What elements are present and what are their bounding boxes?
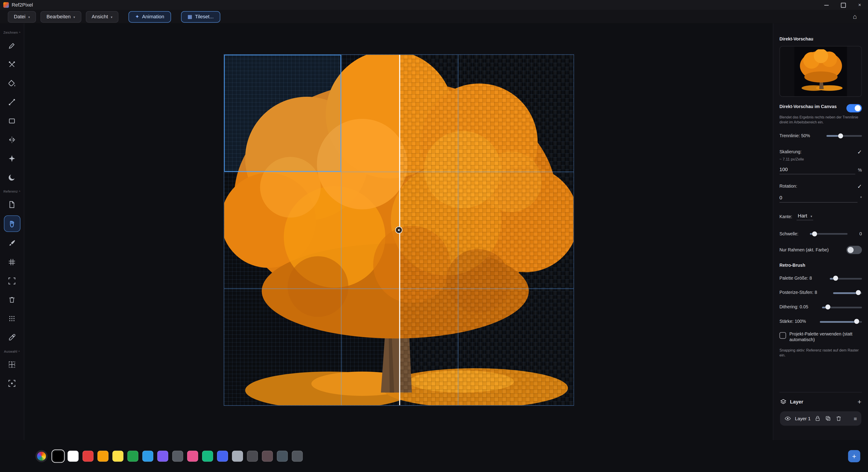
drag-handle-icon[interactable]: ≡: [854, 415, 857, 421]
color-swatch[interactable]: [97, 450, 108, 462]
section-auswahl[interactable]: Auswahl^: [4, 350, 20, 353]
home-button[interactable]: ⌂: [850, 13, 860, 20]
close-button[interactable]: ×: [851, 0, 868, 10]
color-swatch[interactable]: [262, 450, 273, 462]
trennlinie-slider[interactable]: [827, 132, 862, 139]
collapse-icon: ^: [19, 31, 20, 34]
scale-input[interactable]: 100: [779, 167, 855, 175]
fill-tool[interactable]: [4, 75, 20, 91]
canvas-preview-toggle[interactable]: [846, 104, 862, 112]
tileset-button[interactable]: ▦ Tileset...: [181, 11, 220, 22]
focus-select-icon: [8, 379, 16, 387]
projekt-palette-checkbox[interactable]: [779, 332, 786, 339]
menu-bearbeiten[interactable]: Bearbeiten▾: [40, 11, 81, 22]
add-color-button[interactable]: +: [848, 450, 860, 462]
duplicate-icon[interactable]: [825, 415, 832, 422]
titlebar: Ref2Pixel ×: [0, 0, 868, 10]
projekt-palette-label: Projekt-Palette verwenden (statt automat…: [789, 332, 862, 343]
color-wheel-button[interactable]: [35, 450, 48, 462]
layer-panel: Layer + Layer 1 ≡: [779, 392, 862, 440]
frame-tool[interactable]: [4, 273, 20, 288]
eyedropper-tool[interactable]: [4, 329, 20, 345]
marquee-tool[interactable]: [4, 356, 20, 372]
eye-icon[interactable]: [784, 415, 791, 422]
split-divider-handle[interactable]: [395, 226, 403, 234]
guide-line-horizontal: [224, 288, 574, 289]
hand-tool[interactable]: [4, 215, 20, 232]
collapse-icon: ^: [18, 350, 20, 353]
animation-button[interactable]: ✦ Animation: [128, 11, 171, 22]
brush-icon: [8, 239, 16, 247]
chevron-down-icon: ▾: [811, 214, 812, 218]
retro-brush-title: Retro-Brush: [779, 263, 862, 268]
section-referenz[interactable]: Referenz^: [3, 190, 20, 193]
color-swatch[interactable]: [217, 450, 228, 462]
delete-reference-tool[interactable]: [4, 292, 20, 308]
guide-line-horizontal: [224, 171, 574, 172]
trennlinie-label: Trennlinie: 50%: [779, 133, 810, 138]
schwelle-slider[interactable]: [810, 230, 848, 237]
color-swatch[interactable]: [187, 450, 198, 462]
symmetry-tool[interactable]: [4, 132, 20, 147]
layer-row[interactable]: Layer 1 ≡: [780, 411, 862, 426]
left-toolbar: Zeichnen^ Referenz^ Auswahl^: [0, 23, 24, 440]
color-swatch[interactable]: [202, 450, 213, 462]
color-swatch[interactable]: [53, 450, 64, 462]
color-swatch[interactable]: [142, 450, 153, 462]
preview-title: Direkt-Vorschau: [779, 37, 862, 41]
color-swatch[interactable]: [127, 450, 138, 462]
transform-tool[interactable]: [4, 57, 20, 72]
pencil-tool[interactable]: [4, 38, 20, 53]
apply-rotation-button[interactable]: ✓: [857, 183, 862, 189]
selection-rectangle[interactable]: [224, 55, 341, 171]
palette-size-slider[interactable]: [830, 275, 862, 282]
dithering-slider[interactable]: [822, 304, 862, 310]
section-zeichnen[interactable]: Zeichnen^: [3, 31, 21, 34]
canvas[interactable]: [223, 54, 574, 406]
layer-name: Layer 1: [795, 416, 811, 421]
rotation-input[interactable]: 0: [779, 195, 857, 203]
rotation-suffix: °: [860, 196, 862, 202]
dither-tool[interactable]: [4, 311, 20, 326]
color-swatch[interactable]: [83, 450, 94, 462]
sparkles-icon: [8, 154, 16, 162]
focus-select-tool[interactable]: [4, 375, 20, 391]
lock-icon[interactable]: [814, 415, 821, 422]
skalierung-label: Skalierung:: [779, 150, 802, 155]
color-swatch[interactable]: [68, 450, 79, 462]
maximize-button[interactable]: [835, 0, 851, 10]
color-swatch[interactable]: [292, 450, 303, 462]
home-icon: ⌂: [853, 13, 857, 20]
chevron-down-icon: ▾: [73, 15, 75, 19]
palette-bar: +: [0, 440, 868, 472]
posterize-slider[interactable]: [833, 289, 862, 296]
color-swatch[interactable]: [157, 450, 168, 462]
menu-datei[interactable]: Datei▾: [8, 11, 36, 22]
color-swatch[interactable]: [247, 450, 258, 462]
eyedropper-icon: [8, 333, 16, 341]
color-swatch[interactable]: [232, 450, 243, 462]
minimize-button[interactable]: [818, 0, 835, 10]
marquee-grid-icon: [8, 360, 16, 369]
nur-rahmen-toggle[interactable]: [846, 246, 862, 254]
kante-select[interactable]: Hart ▾: [797, 213, 813, 220]
apply-scale-button[interactable]: ✓: [857, 149, 862, 155]
staerke-slider[interactable]: [820, 318, 862, 325]
chevron-down-icon: ▾: [111, 15, 112, 19]
shade-tool[interactable]: [4, 169, 20, 185]
paintbrush-tool[interactable]: [4, 235, 20, 251]
color-swatch[interactable]: [277, 450, 288, 462]
magic-tool[interactable]: [4, 151, 20, 166]
grid-tool[interactable]: [4, 254, 20, 270]
color-swatch[interactable]: [172, 450, 183, 462]
color-swatch[interactable]: [112, 450, 123, 462]
snapping-note: Snapping aktiv: Referenz rastet auf dem …: [779, 347, 862, 358]
guide-line-vertical: [341, 55, 342, 405]
trash-icon[interactable]: [835, 415, 842, 422]
canvas-preview-description: Blendet das Ergebnis rechts neben der Tr…: [779, 115, 862, 125]
line-tool[interactable]: [4, 94, 20, 109]
reference-file-tool[interactable]: [4, 196, 20, 212]
add-layer-button[interactable]: +: [857, 398, 861, 406]
rectangle-tool[interactable]: [4, 113, 20, 129]
menu-ansicht[interactable]: Ansicht▾: [86, 11, 119, 22]
